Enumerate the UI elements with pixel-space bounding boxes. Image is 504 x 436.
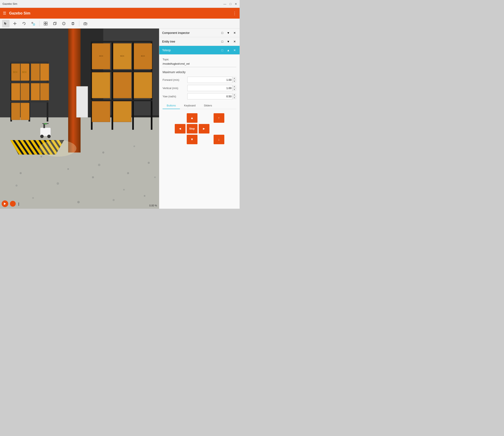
forward-label: Forward (m/s) [162,78,187,82]
svg-rect-88 [112,41,113,130]
svg-point-31 [40,156,42,157]
step-button[interactable]: ❙ [17,202,20,206]
svg-rect-99 [134,72,152,98]
entity-tree-float-btn[interactable]: □ [221,39,224,44]
svg-point-33 [102,152,104,154]
component-inspector-title: Component inspector [162,31,190,35]
svg-rect-77 [31,64,40,81]
tab-sliders[interactable]: Sliders [200,102,216,109]
entity-tree-header[interactable]: Entity tree □ ▼ ✕ [159,37,240,46]
left-button[interactable]: ◄ [175,124,186,134]
teleop-close-btn[interactable]: ✕ [233,48,237,52]
rotate-tool-button[interactable] [20,20,28,27]
camera-button[interactable] [82,20,89,27]
svg-rect-91 [91,41,153,43]
svg-point-23 [85,23,86,24]
svg-rect-97 [92,72,110,98]
movement-buttons-grid: ▲ ◄ Stop ► ▼ [175,113,209,144]
component-inspector-expand-btn[interactable]: ▼ [226,31,231,35]
box-button[interactable] [51,20,58,27]
teleop-title: Teleop [162,49,171,52]
entity-tree-close-btn[interactable]: ✕ [233,39,237,44]
component-inspector-float-btn[interactable]: □ [221,31,224,35]
svg-point-44 [16,184,18,187]
stop-button[interactable] [10,201,16,207]
svg-rect-84 [21,103,29,120]
svg-rect-7 [32,22,33,23]
vertical-up-button[interactable]: ↑ [214,113,224,123]
svg-marker-4 [13,23,14,24]
toolbar [0,18,240,28]
main-layout: BOX BOX B [0,28,240,209]
svg-marker-107 [4,202,6,205]
minimize-button[interactable]: — [224,2,226,6]
svg-rect-9 [44,22,45,23]
svg-point-18 [63,22,65,25]
svg-rect-78 [40,64,49,81]
entity-tree-title: Entity tree [162,40,175,43]
svg-point-48 [154,176,156,178]
hamburger-menu-icon[interactable]: ☰ [3,11,6,16]
svg-point-36 [57,182,59,185]
tab-buttons[interactable]: Buttons [162,102,180,109]
empty-top-left [175,113,186,123]
svg-point-63 [40,135,44,138]
maximize-button[interactable]: □ [230,2,231,6]
vertical-down-button[interactable]: ↓ [214,135,224,144]
vertical-input-wrap: ▲ ▼ [187,85,236,91]
sphere-button[interactable] [60,20,68,27]
entity-tree-expand-btn[interactable]: ▼ [226,39,231,44]
cylinder-button[interactable] [69,20,77,27]
svg-rect-74 [10,101,48,102]
stop-center-button[interactable]: Stop [187,124,198,134]
vertical-spinner-down[interactable]: ▼ [232,88,236,91]
svg-text:BOX: BOX [99,55,103,57]
forward-velocity-input[interactable] [187,77,236,83]
teleop-collapse-btn[interactable]: ▲ [226,48,231,52]
translate-tool-button[interactable] [11,20,18,27]
svg-rect-72 [10,62,48,63]
forward-button[interactable]: ▲ [187,113,198,123]
app-title: Gazebo Sim [9,11,30,16]
svg-rect-67 [44,123,47,124]
svg-point-35 [20,172,22,174]
viewport-percent: 0.00 % [149,204,157,207]
svg-rect-8 [33,24,35,25]
3d-viewport[interactable]: BOX BOX B [0,28,159,209]
empty-bottom-left [175,135,186,144]
forward-spinner-up[interactable]: ▲ [232,77,236,80]
svg-rect-98 [113,72,131,98]
scale-tool-button[interactable] [29,20,37,27]
yaw-velocity-input[interactable] [187,93,236,100]
right-button[interactable]: ► [199,124,209,134]
forward-spinner-down[interactable]: ▼ [232,80,236,83]
backward-button[interactable]: ▼ [187,135,198,144]
svg-point-46 [98,164,100,166]
play-button[interactable] [2,200,8,207]
component-inspector-header[interactable]: Component inspector □ ▼ ✕ [159,28,240,37]
svg-point-37 [92,176,94,178]
svg-rect-12 [46,24,47,25]
svg-text:BOX: BOX [141,55,145,57]
svg-rect-101 [113,101,131,122]
teleop-direction-buttons: ▲ ◄ Stop ► ▼ ↑ ↓ [162,113,236,144]
component-inspector-close-btn[interactable]: ✕ [233,31,237,35]
teleop-header[interactable]: Teleop □ ▲ ✕ [159,46,240,54]
more-options-icon[interactable]: ⋮ [233,11,237,16]
grid-button[interactable] [42,20,49,27]
svg-rect-92 [91,70,153,72]
vertical-velocity-input[interactable] [187,85,236,91]
yaw-spinner-down[interactable]: ▼ [232,97,236,100]
forward-input-wrap: ▲ ▼ [187,77,236,83]
select-tool-button[interactable] [2,20,9,27]
svg-point-34 [134,145,135,147]
vertical-spinner-up[interactable]: ▲ [232,85,236,88]
teleop-float-btn[interactable]: □ [221,48,224,52]
svg-rect-83 [11,103,20,120]
svg-marker-14 [54,22,56,25]
yaw-input-wrap: ▲ ▼ [187,93,236,100]
tab-keyboard[interactable]: Keyboard [180,102,200,109]
close-button[interactable]: ✕ [235,2,237,6]
topic-label: Topic [162,58,236,61]
yaw-spinner-up[interactable]: ▲ [232,93,236,97]
